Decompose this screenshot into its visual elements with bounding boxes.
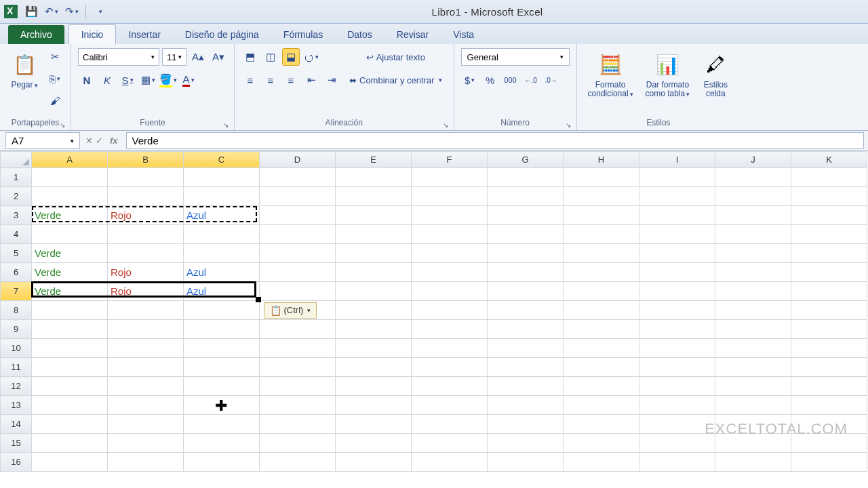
font-color-button[interactable]: A▾ [180,71,197,89]
cell-F1[interactable] [412,168,488,187]
font-launcher-icon[interactable]: ↘ [223,121,229,129]
row-header-14[interactable]: 14 [1,415,32,434]
cell-D4[interactable] [260,225,336,244]
cell-H9[interactable] [564,320,639,339]
undo-icon[interactable]: ↶▾ [45,5,58,18]
cell-D6[interactable] [260,263,336,282]
align-center-button[interactable]: ≡ [262,71,279,89]
cell-styles-button[interactable]: 🖍 Estilos celda [698,48,733,101]
formula-input[interactable]: Verde [126,132,864,149]
cell-B2[interactable] [108,187,184,206]
align-top-button[interactable]: ⬒ [241,48,259,66]
row-header-7[interactable]: 7 [1,282,32,301]
cell-D7[interactable] [260,282,336,301]
column-header-G[interactable]: G [488,152,564,168]
redo-icon[interactable]: ↷▾ [65,5,79,18]
row-header-15[interactable]: 15 [1,434,32,453]
decrease-indent-button[interactable]: ⇤ [302,71,320,89]
cell-E12[interactable] [336,377,412,396]
cell-F11[interactable] [412,358,488,377]
cell-J5[interactable] [715,244,791,263]
cell-F7[interactable] [412,282,488,301]
cell-I6[interactable] [639,263,715,282]
cell-E10[interactable] [336,339,412,358]
cell-I12[interactable] [639,377,715,396]
paste-options-button[interactable]: 📋 (Ctrl) ▾ [264,302,317,319]
cell-G2[interactable] [488,187,564,206]
cell-B8[interactable] [108,301,184,320]
number-launcher-icon[interactable]: ↘ [566,121,571,129]
cell-D12[interactable] [260,377,336,396]
cell-E14[interactable] [336,415,412,434]
column-header-C[interactable]: C [184,152,260,168]
cell-H1[interactable] [564,168,639,187]
cell-E9[interactable] [336,320,412,339]
cell-E16[interactable] [336,453,412,472]
cell-I2[interactable] [639,187,715,206]
cell-G3[interactable] [488,206,564,225]
wrap-text-button[interactable]: ↩ Ajustar texto [344,48,447,66]
cell-K13[interactable] [791,396,867,415]
row-header-10[interactable]: 10 [1,339,32,358]
format-as-table-button[interactable]: 📊 Dar formato como tabla▾ [642,48,694,101]
cell-H7[interactable] [564,282,639,301]
cell-G16[interactable] [488,453,564,472]
cell-A10[interactable] [32,339,108,358]
cell-F4[interactable] [412,225,488,244]
cell-A6[interactable]: Verde [32,263,108,282]
cell-I1[interactable] [639,168,715,187]
align-bottom-button[interactable]: ⬓ [282,48,300,66]
worksheet-grid[interactable]: ABCDEFGHIJK123VerdeRojoAzul45Verde6Verde… [0,151,868,472]
cell-C4[interactable] [184,225,260,244]
conditional-formatting-button[interactable]: 🧮 Formato condicional▾ [584,48,637,101]
cell-C1[interactable] [184,168,260,187]
paste-button[interactable]: 📋 Pegar▾ [7,48,42,92]
cell-I16[interactable] [639,453,715,472]
cell-H15[interactable] [564,434,639,453]
cell-C16[interactable] [184,453,260,472]
bold-button[interactable]: N [78,71,96,89]
cell-J16[interactable] [715,453,791,472]
qat-customize-icon[interactable]: ▾ [93,5,106,18]
cell-H6[interactable] [564,263,639,282]
cell-A5[interactable]: Verde [32,244,108,263]
align-middle-button[interactable]: ◫ [262,48,279,66]
cell-B13[interactable] [108,396,184,415]
merge-center-button[interactable]: ⬌ Combinar y centrar▾ [344,71,447,89]
cell-G7[interactable] [488,282,564,301]
cell-H12[interactable] [564,377,639,396]
column-header-I[interactable]: I [639,152,715,168]
cell-I8[interactable] [639,301,715,320]
cell-G10[interactable] [488,339,564,358]
row-header-4[interactable]: 4 [1,225,32,244]
cell-A11[interactable] [32,358,108,377]
column-header-B[interactable]: B [108,152,184,168]
cancel-formula-icon[interactable]: ✕ [85,136,93,146]
cell-J11[interactable] [715,358,791,377]
cell-G13[interactable] [488,396,564,415]
cell-D5[interactable] [260,244,336,263]
tab-file[interactable]: Archivo [8,25,64,44]
cell-K2[interactable] [791,187,867,206]
cell-J6[interactable] [715,263,791,282]
cell-E2[interactable] [336,187,412,206]
number-format-combo[interactable]: General▾ [461,48,570,66]
cell-J13[interactable] [715,396,791,415]
cell-F14[interactable] [412,415,488,434]
cell-K9[interactable] [791,320,867,339]
percent-format-button[interactable]: % [481,71,499,89]
font-name-combo[interactable]: Calibri▾ [78,48,159,66]
italic-button[interactable]: K [98,71,116,89]
cell-K12[interactable] [791,377,867,396]
cell-J4[interactable] [715,225,791,244]
cell-C10[interactable] [184,339,260,358]
cell-K4[interactable] [791,225,867,244]
cell-F5[interactable] [412,244,488,263]
fx-icon[interactable]: fx [106,136,122,146]
cell-G11[interactable] [488,358,564,377]
cell-D9[interactable] [260,320,336,339]
tab-view[interactable]: Vista [441,25,486,44]
cell-A7[interactable]: Verde [32,282,108,301]
cell-D11[interactable] [260,358,336,377]
cell-I15[interactable] [639,434,715,453]
